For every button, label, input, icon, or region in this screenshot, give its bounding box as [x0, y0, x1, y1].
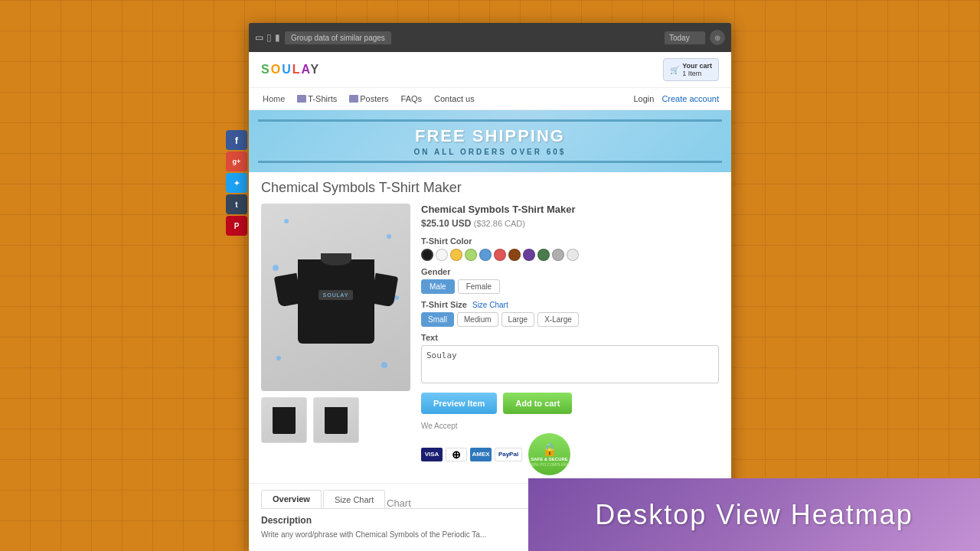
size-label: T-Shirt Size Size Chart — [421, 300, 719, 309]
device-icons: ▭ ▯ ▮ — [255, 32, 280, 43]
mastercard-icon: ⊕ — [446, 448, 467, 461]
browser-window: ▭ ▯ ▮ Group data of similar pages Today … — [249, 23, 731, 551]
nav-login[interactable]: Login — [633, 94, 654, 103]
gender-label: Gender — [421, 267, 719, 276]
time-select[interactable]: Today — [665, 31, 705, 44]
text-input[interactable]: Soulay — [421, 345, 719, 383]
amex-icon: AMEX — [470, 448, 492, 461]
color-swatch-red[interactable] — [494, 249, 506, 261]
heatmap-label: Desktop View Heatmap — [595, 499, 913, 531]
tab-overview[interactable]: Overview — [261, 490, 322, 508]
size-medium-button[interactable]: Medium — [457, 312, 498, 327]
nav-posters[interactable]: Posters — [348, 91, 390, 106]
paypal-icon: PayPal — [495, 448, 522, 461]
heatmap-overlay: Desktop View Heatmap — [528, 478, 980, 551]
size-chart-link[interactable]: Size Chart — [472, 301, 508, 309]
nav-links: Home T-Shirts Posters FAQs Contact us — [261, 91, 476, 106]
gender-option: Gender Male Female — [421, 267, 719, 294]
visa-icon: VISA — [421, 448, 443, 461]
posters-nav-icon — [349, 95, 358, 103]
price-usd: $25.10 USD — [421, 218, 471, 229]
thumb-tshirt-1 — [273, 407, 296, 434]
nav-contact[interactable]: Contact us — [433, 91, 476, 106]
tab-bar: Group data of similar pages — [285, 31, 660, 44]
header-right: 🛒 Your cart 1 Item — [663, 58, 719, 81]
site-header: SOULAY 🛒 Your cart 1 Item — [249, 52, 731, 88]
heatmap-dot-2 — [387, 234, 391, 239]
color-swatch-purple[interactable] — [523, 249, 535, 261]
thumbnail-2[interactable] — [313, 397, 359, 443]
size-small-button[interactable]: Small — [421, 312, 454, 327]
cart-label: Your cart — [682, 62, 712, 70]
nav-tshirts[interactable]: T-Shirts — [296, 91, 338, 106]
heatmap-dot-6 — [394, 295, 399, 300]
nav-home[interactable]: Home — [261, 91, 286, 106]
tumblr-button[interactable]: t — [226, 194, 247, 214]
logo: SOULAY — [261, 63, 320, 77]
tshirt-nav-icon — [297, 95, 306, 103]
banner-stripe-bottom — [258, 161, 722, 163]
add-to-cart-button[interactable]: Add to cart — [503, 393, 572, 414]
product-thumbnails — [261, 397, 410, 443]
color-swatch-black[interactable] — [421, 249, 433, 261]
gender-male-button[interactable]: Male — [421, 279, 455, 294]
google-plus-button[interactable]: g+ — [226, 152, 247, 171]
tablet-icon[interactable]: ▯ — [266, 32, 272, 43]
thumbnail-1[interactable] — [261, 397, 307, 443]
secure-text: SAFE & SECURE — [531, 457, 568, 461]
cart-items: 1 Item — [682, 70, 712, 77]
tshirt-print-text: SOULAY — [318, 290, 354, 300]
tab-size-chart[interactable]: Size Chart — [323, 490, 385, 508]
payment-section: We Accept VISA ⊕ AMEX PayPal 🔒 SAFE & SE… — [421, 422, 719, 475]
share-button[interactable]: ⊕ — [710, 30, 725, 45]
page-tab[interactable]: Group data of similar pages — [285, 31, 391, 44]
cart-icon: 🛒 — [670, 66, 679, 74]
site-nav: Home T-Shirts Posters FAQs Contact us Lo… — [249, 88, 731, 110]
color-option: T-Shirt Color — [421, 236, 719, 261]
logo-text: SOULAY — [261, 63, 320, 76]
heatmap-dot-5 — [381, 362, 387, 368]
product-page-title: Chemical Symbols T-Shirt Maker — [261, 180, 719, 196]
cart-button[interactable]: 🛒 Your cart 1 Item — [663, 58, 719, 81]
product-layout: SOULAY Chemical Sym — [261, 204, 719, 475]
nav-faqs[interactable]: FAQs — [400, 91, 424, 106]
size-buttons: Small Medium Large X-Large — [421, 312, 719, 327]
phone-icon[interactable]: ▮ — [275, 32, 280, 43]
pci-text: 100% PCI COMPLIANT — [529, 462, 570, 467]
payment-area: VISA ⊕ AMEX PayPal 🔒 SAFE & SECURE 100% … — [421, 433, 719, 475]
tshirt-sleeve-left — [273, 272, 301, 307]
color-swatch-blue[interactable] — [479, 249, 492, 261]
lock-icon: 🔒 — [542, 442, 557, 457]
color-swatch-green-light[interactable] — [465, 249, 477, 261]
pinterest-button[interactable]: P — [226, 216, 247, 236]
monitor-icon[interactable]: ▭ — [255, 32, 263, 43]
color-swatch-white[interactable] — [436, 249, 448, 261]
gender-female-button[interactable]: Female — [458, 279, 500, 294]
chart-tab-label: Chart — [387, 497, 411, 509]
heatmap-dot-1 — [284, 219, 289, 223]
size-xlarge-button[interactable]: X-Large — [537, 312, 579, 327]
thumb-tshirt-2 — [325, 407, 348, 434]
preview-button[interactable]: Preview Item — [421, 393, 497, 414]
product-name: Chemical Symbols T-Shirt Maker — [421, 204, 719, 215]
product-section: Chemical Symbols T-Shirt Maker — [249, 172, 731, 483]
tshirt-graphic: SOULAY — [286, 240, 386, 355]
color-swatch-gray[interactable] — [552, 249, 564, 261]
product-main-image: SOULAY — [261, 204, 410, 391]
twitter-button[interactable]: ✦ — [226, 173, 247, 193]
price-cad: ($32.86 CAD) — [474, 219, 525, 228]
color-swatch-yellow[interactable] — [450, 249, 462, 261]
browser-actions: Today ⊕ — [665, 30, 725, 45]
nav-create-account[interactable]: Create account — [662, 94, 719, 103]
heatmap-dot-3 — [273, 265, 279, 271]
color-swatch-dark-green[interactable] — [537, 249, 550, 261]
color-swatch-light-gray[interactable] — [567, 249, 579, 261]
facebook-button[interactable]: f — [226, 130, 247, 150]
browser-chrome: ▭ ▯ ▮ Group data of similar pages Today … — [249, 23, 731, 52]
size-large-button[interactable]: Large — [501, 312, 535, 327]
size-option: T-Shirt Size Size Chart Small Medium Lar… — [421, 300, 719, 327]
secure-badge: 🔒 SAFE & SECURE 100% PCI COMPLIANT — [528, 433, 570, 475]
social-sidebar: f g+ ✦ t P — [226, 130, 247, 236]
website-content: SOULAY 🛒 Your cart 1 Item Home T-Shirts — [249, 52, 731, 551]
color-swatch-brown[interactable] — [508, 249, 521, 261]
